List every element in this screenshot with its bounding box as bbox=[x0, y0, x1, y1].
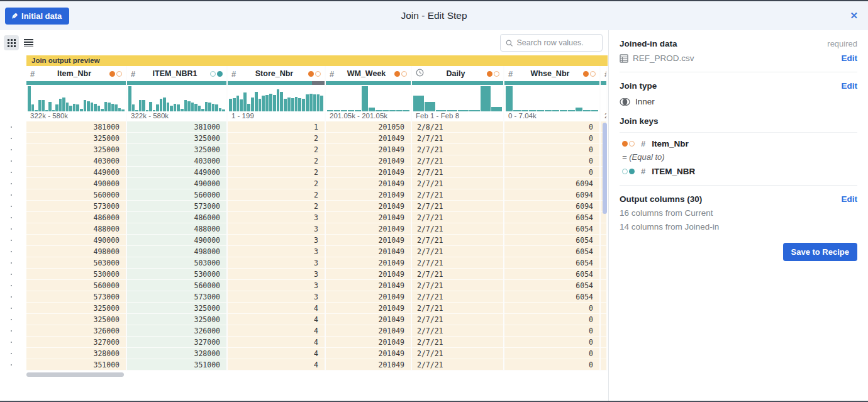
histogram-bar[interactable] bbox=[198, 106, 201, 111]
row-handle[interactable] bbox=[0, 212, 26, 223]
histogram-bar[interactable] bbox=[302, 99, 305, 111]
histogram-bar[interactable] bbox=[545, 110, 552, 111]
row-handle[interactable] bbox=[0, 325, 26, 337]
histogram-bar[interactable] bbox=[97, 106, 101, 111]
histogram-bar[interactable] bbox=[222, 109, 225, 111]
histogram-bar[interactable] bbox=[313, 94, 316, 111]
column-header[interactable]: #WM_Week bbox=[326, 66, 411, 81]
histogram-bar[interactable] bbox=[491, 107, 502, 111]
column-header[interactable]: #Whse_Nbr bbox=[504, 66, 599, 81]
histogram-bar[interactable] bbox=[167, 103, 170, 111]
histogram-bar[interactable] bbox=[269, 94, 272, 111]
histogram-bar[interactable] bbox=[205, 102, 208, 111]
row-handle[interactable] bbox=[0, 133, 26, 144]
histogram-bar[interactable] bbox=[101, 109, 104, 111]
histogram-bar[interactable] bbox=[320, 96, 323, 111]
histogram-bar[interactable] bbox=[84, 100, 87, 111]
histogram-bar[interactable] bbox=[506, 86, 513, 111]
histogram-bar[interactable] bbox=[280, 92, 283, 111]
row-handle[interactable] bbox=[0, 280, 26, 291]
histogram-bar[interactable] bbox=[38, 100, 42, 111]
row-handle[interactable] bbox=[0, 144, 26, 155]
histogram-bar[interactable] bbox=[118, 108, 121, 111]
column-header[interactable]: Daily bbox=[412, 66, 503, 81]
histogram-bar[interactable] bbox=[80, 109, 83, 111]
histogram-bar[interactable] bbox=[469, 110, 480, 111]
histogram-bar[interactable] bbox=[265, 95, 269, 111]
histogram-bar[interactable] bbox=[273, 95, 276, 111]
histogram-bar[interactable] bbox=[309, 94, 313, 111]
histogram-bar[interactable] bbox=[552, 110, 559, 111]
histogram-bar[interactable] bbox=[31, 104, 35, 111]
histogram-bar[interactable] bbox=[149, 102, 152, 111]
row-handle[interactable] bbox=[0, 167, 26, 178]
histogram-bar[interactable] bbox=[69, 106, 72, 111]
histogram-bar[interactable] bbox=[306, 94, 309, 111]
column-header[interactable]: #Store_Nbr bbox=[228, 66, 325, 81]
row-handle[interactable] bbox=[0, 291, 26, 303]
histogram-bar[interactable] bbox=[156, 104, 159, 111]
histogram-bar[interactable] bbox=[121, 109, 125, 111]
row-handle[interactable] bbox=[0, 348, 26, 359]
histogram-bar[interactable] bbox=[181, 109, 184, 111]
histogram-bar[interactable] bbox=[128, 86, 131, 111]
histogram-bar[interactable] bbox=[362, 86, 368, 111]
histogram-bar[interactable] bbox=[481, 86, 491, 111]
histogram-bar[interactable] bbox=[240, 99, 243, 111]
column-header[interactable]: #R bbox=[601, 66, 608, 81]
histogram-bar[interactable] bbox=[317, 94, 320, 111]
row-handle[interactable] bbox=[0, 257, 26, 269]
histogram-bar[interactable] bbox=[132, 104, 135, 111]
histogram-bar[interactable] bbox=[28, 86, 31, 111]
histogram-bar[interactable] bbox=[576, 108, 582, 111]
histogram-bar[interactable] bbox=[298, 98, 301, 111]
histogram-bar[interactable] bbox=[291, 98, 294, 111]
row-handle[interactable] bbox=[0, 337, 26, 348]
horizontal-scrollbar[interactable] bbox=[26, 372, 124, 377]
histogram-bar[interactable] bbox=[76, 104, 79, 111]
row-handle[interactable] bbox=[0, 269, 26, 280]
column-header[interactable]: #ITEM_NBR1 bbox=[127, 66, 226, 81]
column-header[interactable]: #Item_Nbr bbox=[26, 66, 126, 81]
histogram-bar[interactable] bbox=[191, 103, 194, 111]
row-handle[interactable] bbox=[0, 314, 26, 325]
histogram-bar[interactable] bbox=[48, 102, 52, 111]
row-handle[interactable] bbox=[0, 178, 26, 189]
histogram-bar[interactable] bbox=[177, 104, 180, 111]
row-handle[interactable] bbox=[0, 189, 26, 201]
histogram-bar[interactable] bbox=[425, 102, 435, 111]
histogram-bar[interactable] bbox=[255, 92, 258, 111]
row-handle[interactable] bbox=[0, 201, 26, 212]
histogram-bar[interactable] bbox=[262, 96, 265, 111]
histogram-bar[interactable] bbox=[537, 110, 543, 111]
histogram-bar[interactable] bbox=[62, 98, 65, 111]
edit-output-columns-link[interactable]: Edit bbox=[842, 194, 858, 204]
histogram-bar[interactable] bbox=[212, 104, 215, 111]
histogram-bar[interactable] bbox=[287, 98, 291, 111]
histogram-bar[interactable] bbox=[591, 110, 598, 111]
histogram-bar[interactable] bbox=[583, 110, 590, 111]
histogram-bar[interactable] bbox=[201, 109, 204, 111]
histogram-bar[interactable] bbox=[243, 92, 247, 111]
histogram-bar[interactable] bbox=[219, 108, 222, 111]
histogram-bar[interactable] bbox=[259, 99, 262, 111]
histogram-bar[interactable] bbox=[94, 104, 97, 111]
row-handle[interactable] bbox=[0, 121, 26, 133]
histogram-bar[interactable] bbox=[389, 110, 396, 111]
histogram-bar[interactable] bbox=[295, 97, 298, 111]
histogram-bar[interactable] bbox=[42, 100, 45, 111]
histogram-bar[interactable] bbox=[194, 104, 198, 111]
histogram-bar[interactable] bbox=[236, 96, 240, 111]
row-handle[interactable] bbox=[0, 223, 26, 235]
search-input[interactable] bbox=[516, 38, 597, 47]
histogram-bar[interactable] bbox=[403, 110, 409, 111]
histogram-bar[interactable] bbox=[284, 99, 287, 111]
search-box[interactable] bbox=[500, 34, 603, 52]
histogram-bar[interactable] bbox=[233, 98, 236, 111]
histogram-bar[interactable] bbox=[114, 104, 118, 111]
histogram-bar[interactable] bbox=[87, 101, 90, 111]
row-handle[interactable] bbox=[0, 246, 26, 257]
histogram-bar[interactable] bbox=[73, 104, 76, 111]
histogram-bar[interactable] bbox=[568, 110, 575, 111]
close-icon[interactable]: ✕ bbox=[850, 10, 858, 21]
